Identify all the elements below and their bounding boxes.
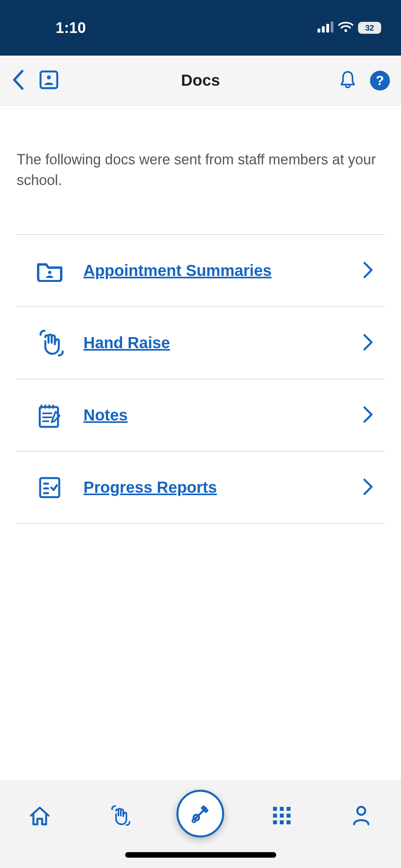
- svg-rect-3: [331, 21, 333, 33]
- doc-item-hand-raise[interactable]: Hand Raise: [16, 307, 385, 379]
- svg-rect-2: [326, 24, 329, 33]
- svg-rect-29: [280, 820, 284, 824]
- svg-rect-25: [273, 814, 277, 818]
- svg-rect-30: [287, 820, 291, 824]
- tab-grid[interactable]: [260, 794, 304, 837]
- chevron-right-icon: [363, 478, 373, 497]
- folder-person-icon: [36, 260, 64, 282]
- svg-rect-22: [273, 807, 277, 811]
- doc-item-label: Notes: [83, 406, 343, 424]
- svg-rect-24: [287, 807, 291, 811]
- tab-raise-hand-action[interactable]: [176, 790, 224, 837]
- cellular-icon: [318, 21, 333, 34]
- tab-hand-raise[interactable]: [97, 794, 141, 837]
- intro-text: The following docs were sent from staff …: [16, 106, 385, 191]
- doc-item-progress-reports[interactable]: Progress Reports: [16, 451, 385, 524]
- status-time: 1:10: [56, 19, 86, 37]
- page-title: Docs: [181, 71, 220, 89]
- doc-item-label: Appointment Summaries: [83, 262, 343, 280]
- svg-rect-0: [318, 29, 320, 33]
- doc-item-appointment-summaries[interactable]: Appointment Summaries: [16, 235, 385, 307]
- svg-rect-26: [280, 814, 284, 818]
- notifications-button[interactable]: [339, 70, 356, 91]
- notepad-pencil-icon: [36, 401, 64, 429]
- waving-hand-icon: [36, 329, 64, 357]
- doc-item-label: Hand Raise: [83, 334, 343, 352]
- checklist-icon: [36, 475, 64, 500]
- tab-home[interactable]: [18, 794, 62, 837]
- battery-icon: 32: [358, 22, 381, 34]
- svg-point-4: [345, 29, 347, 32]
- svg-rect-27: [287, 814, 291, 818]
- header-bar: Docs ?: [0, 56, 401, 106]
- svg-rect-5: [41, 71, 57, 88]
- doc-item-label: Progress Reports: [83, 478, 343, 496]
- status-bar: 1:10 32: [0, 0, 401, 56]
- status-icons: 32: [318, 21, 381, 34]
- home-indicator: [125, 852, 276, 858]
- profile-icon-button[interactable]: [39, 70, 59, 91]
- help-button[interactable]: ?: [370, 71, 390, 91]
- svg-rect-1: [322, 26, 325, 33]
- tab-profile[interactable]: [339, 794, 383, 837]
- doc-list: Appointment Summaries Hand Raise: [16, 234, 385, 524]
- doc-item-notes[interactable]: Notes: [16, 379, 385, 451]
- svg-point-21: [192, 819, 196, 822]
- content-area: The following docs were sent from staff …: [0, 106, 401, 524]
- svg-point-7: [48, 271, 51, 274]
- svg-point-31: [357, 807, 365, 815]
- back-button[interactable]: [11, 69, 25, 92]
- chevron-right-icon: [363, 406, 373, 425]
- chevron-right-icon: [363, 334, 373, 353]
- wifi-icon: [338, 21, 353, 34]
- svg-rect-28: [273, 820, 277, 824]
- svg-rect-23: [280, 807, 284, 811]
- chevron-right-icon: [363, 261, 373, 280]
- svg-point-6: [47, 75, 51, 79]
